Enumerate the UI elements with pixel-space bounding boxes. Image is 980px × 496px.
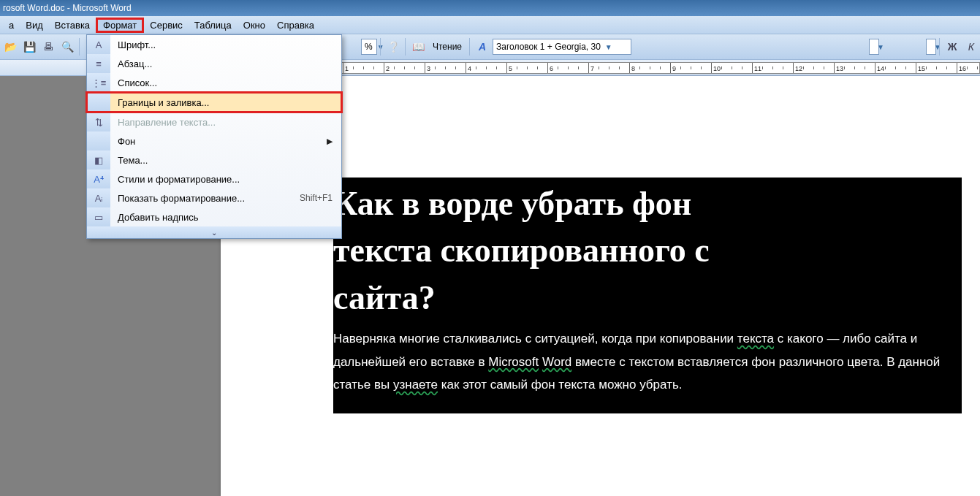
preview-icon[interactable]: 🔍 — [58, 38, 76, 56]
para-text: Наверняка многие сталкивались с ситуацие… — [333, 332, 737, 346]
ruler-number: 4 — [468, 65, 471, 72]
menu-item-background[interactable]: Фон ▶ — [87, 131, 341, 150]
menu-item-font[interactable]: A Шрифт... — [87, 35, 341, 54]
help-icon[interactable]: ❔ — [384, 38, 402, 56]
caption-icon: ▭ — [87, 207, 110, 226]
ruler-minor-tick — [895, 66, 896, 69]
menu-file[interactable]: а — [3, 18, 20, 33]
window-titlebar: rosoft Word.doc - Microsoft Word — [0, 0, 980, 16]
menu-expand-icon[interactable]: ⌄ — [87, 226, 341, 238]
ruler-number: 15 — [918, 65, 925, 72]
ruler-minor-tick — [363, 66, 364, 69]
paragraph-icon: ≡ — [87, 54, 110, 73]
menu-service[interactable]: Сервис — [144, 18, 189, 33]
ruler-number: 1 — [345, 65, 349, 72]
ruler-minor-tick — [762, 66, 763, 69]
ruler-minor-tick — [455, 66, 456, 69]
para-text: как этот самый фон текста можно убрать. — [438, 378, 682, 392]
ruler-minor-tick — [936, 66, 937, 69]
heading-line: текста скопированного с — [333, 232, 710, 269]
para-word: Word — [542, 355, 571, 369]
book-icon[interactable]: 📖 — [409, 38, 427, 56]
menu-format[interactable]: Формат — [96, 18, 144, 33]
ruler-tick — [629, 63, 630, 73]
ruler-minor-tick — [353, 66, 354, 69]
italic-button[interactable]: К — [962, 38, 980, 56]
menu-item-label: Стили и форматирование... — [110, 174, 333, 185]
menu-item-theme[interactable]: ◧ Тема... — [87, 150, 341, 169]
ruler-minor-tick — [394, 66, 395, 69]
ruler-tick — [588, 63, 589, 73]
heading-line: Как в ворде убрать фон — [333, 185, 691, 222]
para-word: узнаете — [393, 378, 438, 392]
font-dropdown-end[interactable]: ▼ — [869, 39, 879, 55]
reading-mode-label[interactable]: Чтение — [428, 42, 466, 52]
ruler-number: 10 — [713, 65, 721, 72]
ruler-minor-tick — [732, 66, 732, 69]
ruler-minor-tick — [476, 66, 476, 69]
ruler-minor-tick — [926, 66, 927, 69]
para-word: Microsoft — [488, 355, 539, 369]
ruler-tick — [752, 63, 753, 73]
size-dropdown-end[interactable]: ▼ — [926, 39, 936, 55]
open-icon[interactable]: 📂 — [1, 38, 19, 56]
ruler-number: 12 — [795, 65, 802, 72]
blank-icon — [87, 131, 110, 150]
menu-item-add-caption[interactable]: ▭ Добавить надпись — [87, 207, 341, 226]
ruler-minor-tick — [844, 66, 845, 69]
menu-window[interactable]: Окно — [238, 18, 271, 33]
menu-help[interactable]: Справка — [271, 18, 320, 33]
blank-icon — [87, 93, 110, 112]
ruler-minor-tick — [517, 66, 517, 69]
menu-item-styles[interactable]: A⁴ Стили и форматирование... — [87, 169, 341, 188]
ruler-tick — [793, 63, 794, 73]
ruler-number: 11 — [754, 65, 761, 72]
ruler-minor-tick — [967, 66, 968, 69]
heading-line: сайта? — [333, 279, 436, 316]
print-icon[interactable]: 🖶 — [39, 38, 57, 56]
ruler-minor-tick — [701, 66, 702, 69]
menu-item-borders-shading[interactable]: Границы и заливка... — [87, 93, 341, 112]
menu-view[interactable]: Вид — [20, 18, 49, 33]
save-icon[interactable]: 💾 — [20, 38, 38, 56]
selected-text-block[interactable]: Как в ворде убрать фон текста скопирован… — [333, 178, 962, 413]
ruler-tick — [916, 63, 916, 73]
ruler-tick — [711, 63, 712, 73]
menu-item-paragraph[interactable]: ≡ Абзац... — [87, 54, 341, 73]
style-icon[interactable]: A — [474, 38, 491, 56]
ruler-minor-tick — [824, 66, 824, 69]
ruler-number: 14 — [877, 65, 884, 72]
ruler-minor-tick — [803, 66, 804, 69]
menu-item-list[interactable]: ⋮≡ Список... — [87, 73, 341, 92]
ruler-minor-tick — [783, 66, 783, 69]
style-dropdown[interactable]: Заголовок 1 + Georgia, 30 ▼ — [493, 39, 631, 55]
ruler-minor-tick — [639, 66, 640, 69]
dropdown-arrow-icon: ▼ — [605, 43, 612, 51]
ruler-minor-tick — [650, 66, 650, 69]
ruler-minor-tick — [609, 66, 609, 69]
menu-item-label: Добавить надпись — [110, 212, 333, 223]
ruler-number: 16 — [959, 65, 966, 72]
menu-table[interactable]: Таблица — [189, 18, 238, 33]
menu-insert[interactable]: Вставка — [49, 18, 96, 33]
ruler-minor-tick — [404, 66, 405, 69]
toolbar-sep — [380, 38, 381, 56]
window-title: rosoft Word.doc - Microsoft Word — [3, 3, 132, 13]
ruler-tick — [957, 63, 957, 73]
ruler-tick — [425, 63, 425, 73]
toolbar-sep — [405, 38, 406, 56]
toolbar-sep — [939, 38, 941, 56]
ruler-minor-tick — [568, 66, 569, 69]
list-icon: ⋮≡ — [87, 73, 110, 92]
submenu-arrow-icon: ▶ — [327, 137, 333, 146]
ruler-minor-tick — [496, 66, 497, 69]
menu-item-shortcut: Shift+F1 — [292, 193, 333, 203]
reveal-formatting-icon: Aᵢ — [87, 188, 110, 207]
ruler-minor-tick — [865, 66, 865, 69]
menu-item-reveal-formatting[interactable]: Aᵢ Показать форматирование... Shift+F1 — [87, 188, 341, 207]
theme-icon: ◧ — [87, 150, 110, 169]
bold-button[interactable]: Ж — [943, 38, 961, 56]
ruler-minor-tick — [558, 66, 558, 69]
ruler-minor-tick — [813, 66, 814, 69]
zoom-dropdown[interactable]: % ▼ — [361, 39, 377, 55]
